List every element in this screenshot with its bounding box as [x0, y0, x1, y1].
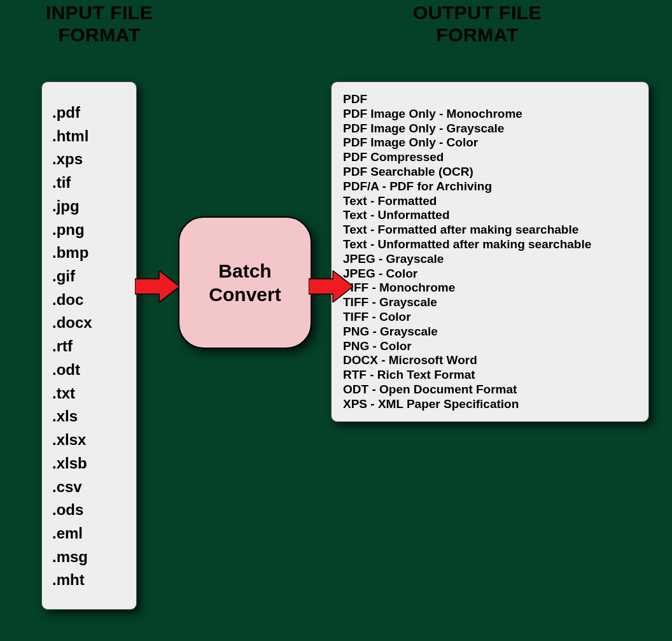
- output-format-item: PNG - Color: [343, 339, 637, 354]
- input-heading: INPUT FILE FORMAT: [17, 2, 182, 46]
- output-format-item: DOCX - Microsoft Word: [343, 353, 637, 368]
- input-format-item: .xps: [52, 148, 126, 171]
- output-formats-panel: PDFPDF Image Only - MonochromePDF Image …: [331, 81, 649, 422]
- output-format-item: PDF Image Only - Color: [343, 136, 637, 150]
- input-format-item: .doc: [52, 288, 126, 312]
- output-format-item: PDF Image Only - Grayscale: [343, 122, 637, 136]
- output-format-item: PDF Compressed: [343, 150, 637, 165]
- output-format-item: Text - Formatted after making searchable: [343, 223, 637, 237]
- input-format-item: .html: [52, 125, 126, 148]
- input-format-item: .png: [52, 218, 126, 242]
- output-format-item: TIFF - Grayscale: [343, 295, 637, 310]
- output-format-item: Text - Unformatted: [343, 208, 637, 223]
- input-format-item: .bmp: [52, 241, 126, 265]
- output-format-item: PNG - Grayscale: [343, 325, 637, 339]
- arrow-right-icon: [135, 271, 179, 302]
- input-format-item: .mht: [52, 568, 126, 592]
- output-format-item: Text - Unformatted after making searchab…: [343, 237, 637, 252]
- input-format-item: .txt: [52, 382, 126, 405]
- input-format-item: .ods: [52, 498, 126, 522]
- output-format-item: TIFF - Monochrome: [343, 281, 637, 295]
- input-format-item: .xls: [52, 405, 126, 428]
- input-format-item: .xlsx: [52, 428, 126, 452]
- input-format-item: .rtf: [52, 335, 126, 358]
- output-heading: OUTPUT FILE FORMAT: [369, 2, 585, 46]
- svg-marker-1: [309, 271, 353, 302]
- output-format-item: RTF - Rich Text Format: [343, 368, 637, 383]
- input-format-item: .msg: [52, 546, 126, 569]
- output-format-item: JPEG - Grayscale: [343, 252, 637, 267]
- input-format-item: .xlsb: [52, 452, 126, 475]
- output-format-item: Text - Formatted: [343, 194, 637, 209]
- input-formats-panel: .pdf.html.xps.tif.jpg.png.bmp.gif.doc.do…: [41, 81, 137, 610]
- output-format-item: TIFF - Color: [343, 310, 637, 325]
- output-format-item: ODT - Open Document Format: [343, 383, 637, 397]
- batch-convert-box: Batch Convert: [178, 216, 312, 349]
- input-format-item: .pdf: [52, 101, 126, 125]
- batch-convert-label: Batch Convert: [209, 259, 281, 307]
- input-format-item: .jpg: [52, 195, 126, 218]
- output-format-item: PDF/A - PDF for Archiving: [343, 180, 637, 194]
- input-format-item: .gif: [52, 265, 126, 288]
- output-format-item: XPS - XML Paper Specification: [343, 397, 637, 412]
- input-format-item: .tif: [52, 171, 126, 195]
- output-format-item: PDF: [343, 92, 637, 107]
- svg-marker-0: [135, 271, 179, 302]
- output-format-item: JPEG - Color: [343, 267, 637, 281]
- output-format-item: PDF Searchable (OCR): [343, 165, 637, 180]
- input-format-item: .docx: [52, 311, 126, 335]
- input-format-item: .odt: [52, 358, 126, 382]
- arrow-right-icon: [309, 271, 353, 302]
- input-format-item: .eml: [52, 522, 126, 546]
- input-format-item: .csv: [52, 475, 126, 499]
- output-format-item: PDF Image Only - Monochrome: [343, 107, 637, 122]
